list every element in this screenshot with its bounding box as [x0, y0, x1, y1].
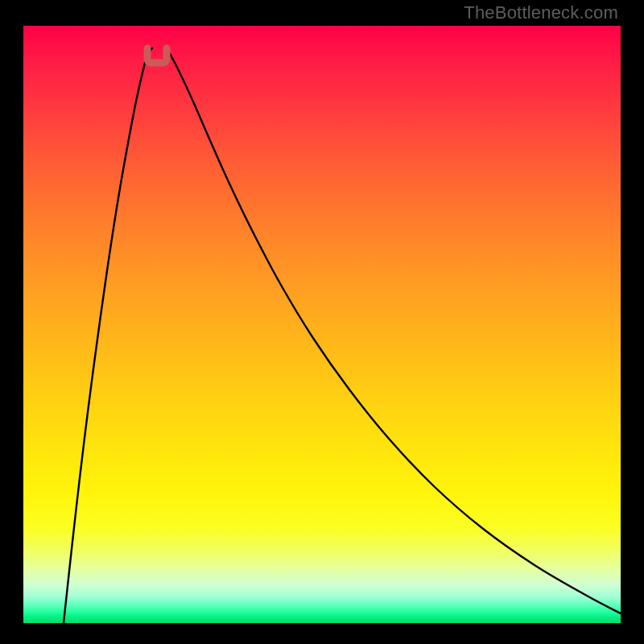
- watermark-text: TheBottleneck.com: [464, 2, 618, 23]
- bottleneck-curve-left: [64, 48, 152, 623]
- curve-layer: [23, 26, 621, 623]
- bottleneck-curve-right: [165, 48, 621, 613]
- minimum-marker: [147, 48, 167, 63]
- outer-frame: TheBottleneck.com: [0, 0, 644, 644]
- plot-area: [23, 26, 621, 623]
